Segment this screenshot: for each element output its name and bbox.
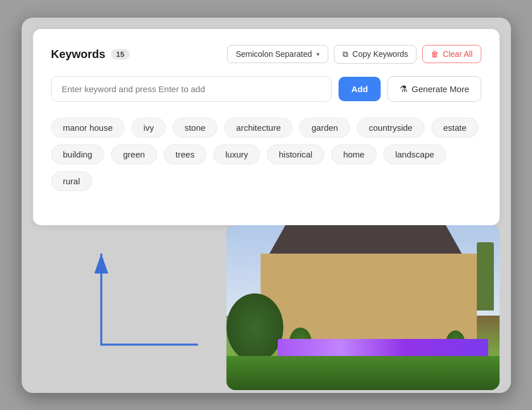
copy-keywords-button[interactable]: ⧉ Copy Keywords — [334, 45, 416, 64]
bottom-area — [33, 225, 500, 390]
format-label: Semicolon Separated — [236, 49, 312, 59]
arrow-indicator — [67, 237, 221, 362]
count-badge: 15 — [111, 49, 129, 60]
clear-label: Clear All — [443, 49, 472, 59]
add-label: Add — [351, 84, 368, 94]
keyword-tag[interactable]: estate — [431, 118, 479, 138]
header-left: Keywords 15 — [51, 48, 130, 61]
header-right: Semicolon Separated ▾ ⧉ Copy Keywords 🗑 … — [227, 45, 481, 64]
keyword-tag[interactable]: stone — [172, 118, 217, 138]
add-button[interactable]: Add — [339, 77, 380, 101]
keyword-tag[interactable]: luxury — [213, 144, 260, 164]
keyword-tag[interactable]: home — [331, 144, 377, 164]
copy-icon: ⧉ — [343, 49, 348, 59]
keyword-tag[interactable]: green — [111, 144, 156, 164]
keywords-panel: Keywords 15 Semicolon Separated ▾ ⧉ Copy… — [33, 29, 500, 225]
manor-image-area — [226, 225, 500, 390]
arrow-area — [33, 225, 226, 390]
flask-icon: ⚗ — [399, 84, 407, 94]
header-row: Keywords 15 Semicolon Separated ▾ ⧉ Copy… — [51, 45, 481, 64]
keywords-area: manor houseivystonearchitecturegardencou… — [51, 118, 481, 191]
keyword-tag[interactable]: ivy — [131, 118, 166, 138]
keyword-tag[interactable]: garden — [299, 118, 350, 138]
keyword-tag[interactable]: landscape — [383, 144, 446, 164]
keyword-tag[interactable]: trees — [164, 144, 207, 164]
copy-label: Copy Keywords — [352, 49, 408, 59]
manor-house-image — [226, 225, 500, 390]
clear-all-button[interactable]: 🗑 Clear All — [422, 45, 481, 63]
panel-title: Keywords — [51, 48, 106, 61]
chevron-down-icon: ▾ — [316, 51, 320, 58]
keyword-tag[interactable]: manor house — [51, 118, 125, 138]
keyword-tag[interactable]: historical — [267, 144, 324, 164]
generate-more-button[interactable]: ⚗ Generate More — [387, 76, 481, 102]
input-row: Add ⚗ Generate More — [51, 76, 481, 102]
keyword-input[interactable] — [51, 76, 332, 102]
keyword-tag[interactable]: architecture — [224, 118, 292, 138]
keyword-tag[interactable]: building — [51, 144, 105, 164]
trash-icon: 🗑 — [431, 49, 439, 59]
outer-card: Keywords 15 Semicolon Separated ▾ ⧉ Copy… — [22, 18, 511, 393]
generate-label: Generate More — [412, 84, 469, 94]
keyword-tag[interactable]: rural — [51, 171, 92, 191]
format-dropdown[interactable]: Semicolon Separated ▾ — [227, 45, 328, 63]
keyword-tag[interactable]: countryside — [357, 118, 424, 138]
